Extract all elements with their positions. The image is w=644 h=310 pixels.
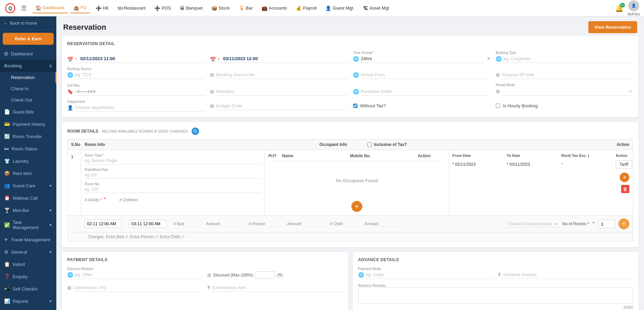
sidebar-item-reservation[interactable]: Reservation [0, 72, 56, 83]
hamburger-menu[interactable]: ☰ [21, 4, 27, 12]
nav-guest-mgt[interactable]: 👤 Guest Mgt. [322, 3, 358, 13]
purpose-input[interactable]: Purpose Of Visit [502, 71, 633, 79]
sidebar-item-checkout[interactable]: Check-Out [0, 94, 56, 106]
checkout-date-value[interactable]: 03/11/2023 12:00 [223, 56, 347, 63]
bookmark-icon: 🔖 [67, 89, 73, 94]
booking-type-input[interactable]: eg. Corporate [504, 55, 633, 63]
checkin-date-value[interactable]: 02/11/2023 11:00 [80, 56, 205, 63]
rupee-icon-2: ₹ [498, 272, 501, 278]
checkin-date-field: 📅 * 02/11/2023 11:00 [67, 56, 205, 63]
time-format-value[interactable]: 24hrs [361, 55, 485, 63]
payment-mode-field: Payment Mode 🌐 eg. Cash [358, 267, 493, 279]
nav-pos[interactable]: ➕ POS [151, 3, 174, 13]
budget-code-input[interactable]: Budget Code [216, 102, 347, 110]
child-input[interactable] [344, 221, 358, 227]
rental-mode-select[interactable] [502, 87, 633, 96]
view-reservation-button[interactable]: View Reservation [588, 21, 637, 33]
no-of-rooms-input[interactable] [598, 220, 615, 228]
without-tax-checkbox[interactable] [353, 104, 358, 108]
user-name: Its4You [628, 12, 640, 16]
complementary-select[interactable]: Choose Complementary [505, 220, 559, 228]
checkin-time-input[interactable] [85, 220, 122, 228]
nav-stock[interactable]: 📦 Stock [208, 3, 233, 13]
sidebar-item-guest-bills[interactable]: 📄 Guest Bills [0, 106, 56, 118]
nav-bar[interactable]: 🍹 Bar [235, 3, 256, 13]
child-amount-input[interactable] [380, 221, 401, 227]
nav-dashboard[interactable]: 🏠 Dashboard [32, 3, 68, 13]
hourly-booking-field: Is Hourly Booking [496, 103, 633, 108]
gstin-value[interactable]: --/------/-/-/- [75, 87, 205, 96]
room-type-input[interactable]: eg. Deluxe-Single [85, 157, 261, 164]
tariff-button[interactable]: Tariff [616, 160, 632, 169]
sidebar-item-general[interactable]: ⚙ General ▼ [0, 246, 56, 258]
nav-hk[interactable]: ➕ HK [92, 3, 112, 13]
sidebar-item-payment-history[interactable]: 💳 Payment History [0, 118, 56, 130]
room-no-input[interactable]: eg. 100 [85, 186, 261, 193]
sidebar-item-guest-care[interactable]: 👥 Guest Care ▼ [0, 179, 56, 192]
person-amount-input[interactable] [303, 221, 323, 227]
reload-rooms-button[interactable]: ↻ [192, 127, 199, 135]
purchase-order-input[interactable]: Purchase Order [361, 87, 490, 96]
sidebar-item-room-transfer[interactable]: 🔄 Room Transfer [0, 130, 56, 143]
delete-room-button[interactable]: 🗑 [621, 185, 629, 193]
sidebar-item-self-checkin[interactable]: 📲 Self Checkin [0, 283, 56, 295]
bed-amount-input[interactable] [222, 221, 242, 227]
rate-meal-input[interactable]: eg. EP [85, 172, 261, 179]
discount-input[interactable] [255, 271, 275, 279]
purpose-field: ⊞ Purpose Of Visit [496, 71, 633, 79]
page-title: Reservation [63, 23, 106, 32]
checkout-time-input[interactable] [129, 220, 167, 228]
top-navigation: Q ☰ 🏠 Dashboard 🏨 FO ➕ HK 🍽 Restaurant ➕… [0, 0, 644, 16]
globe-icon-6: 🌐 [67, 272, 73, 278]
person-input[interactable] [267, 221, 280, 227]
nav-payroll[interactable]: 💰 Payroll [292, 3, 320, 13]
sidebar-item-room-status[interactable]: 🛏 Room Status [0, 143, 56, 155]
to-date-value[interactable]: * 03/11/2023 [507, 162, 560, 167]
inclusive-tax-field: Inclusive of Tax? [367, 142, 407, 147]
nav-fo[interactable]: 🏨 FO [70, 3, 90, 13]
complementary-field: Choose Complementary No.of Rooms * * + [505, 218, 629, 229]
sidebar-item-checkin[interactable]: Check-In [0, 83, 56, 94]
sidebar-item-indent[interactable]: 📋 Indent [0, 258, 56, 270]
hourly-booking-checkbox[interactable] [496, 104, 500, 108]
sidebar-item-mini-bar[interactable]: 🍸 Mini-Bar ▼ [0, 204, 56, 216]
sidebar-item-laundry[interactable]: 👕 Laundry [0, 155, 56, 167]
sidebar-dashboard[interactable]: ⊞ Dashboard [0, 48, 56, 60]
inclusive-tax-checkbox[interactable] [367, 143, 372, 147]
sidebar-item-enquiry[interactable]: ❓ Enquiry [0, 270, 56, 283]
sidebar-back-home[interactable]: ← Back to home [0, 16, 56, 30]
user-avatar[interactable]: 👤 [628, 0, 639, 11]
add-rent-row-button[interactable]: + [620, 173, 629, 182]
bed-input[interactable] [185, 221, 199, 227]
sidebar-item-travel-management[interactable]: ✈ Travel Management [0, 233, 56, 246]
sidebar-item-wakeup-call[interactable]: ⏰ Wakeup Call [0, 192, 56, 204]
sidebar-item-reports[interactable]: 📊 Reports ▼ [0, 295, 56, 307]
booking-source-field: Booking Source 🌐 eg. TCS [67, 67, 205, 79]
sidebar-item-rent-item[interactable]: 📦 Rent Item [0, 167, 56, 179]
add-room-button[interactable]: + [618, 218, 629, 229]
booking-source-input[interactable]: eg. TCS [75, 71, 205, 79]
commission-amt-input[interactable]: Commission Amt. [212, 284, 342, 292]
nav-restaurant[interactable]: 🍽 Restaurant [114, 3, 149, 13]
department-input[interactable]: Choose department [75, 104, 205, 112]
add-occupant-button[interactable]: + [351, 201, 362, 212]
remarks-input[interactable]: Remarks [216, 87, 347, 96]
from-date-value[interactable]: * 02/11/2023 [452, 162, 505, 167]
notification-count: 0 [620, 3, 625, 8]
discount-reason-input[interactable]: eg. Offer [75, 271, 202, 279]
sidebar-booking-section[interactable]: Booking ∧ [0, 60, 56, 72]
booking-source-no-input[interactable]: Booking Source No. [216, 71, 347, 79]
sidebar-refer-earn[interactable]: Refer & Earn [3, 33, 54, 45]
advance-remarks-input[interactable] [358, 287, 633, 304]
notification-bell[interactable]: 🔔 0 [615, 4, 624, 12]
arrival-from-input[interactable]: Arrival From [361, 71, 490, 79]
nav-asset-mgt[interactable]: 🏗 Asset Mgt [360, 3, 393, 13]
sidebar: ← Back to home Refer & Earn ⊞ Dashboard … [0, 16, 56, 310]
nav-accounts[interactable]: 💼 Accounts [258, 3, 290, 13]
payment-mode-input[interactable]: eg. Cash [366, 271, 493, 279]
sidebar-item-task-management[interactable]: ✅ Task Management ▼ [0, 216, 56, 233]
nav-banquet[interactable]: 🏛 Banquet [177, 3, 206, 13]
time-format-clear[interactable]: × [487, 56, 490, 62]
commission-input[interactable]: Commission (%) [73, 284, 202, 292]
advance-amount-input[interactable]: Advance Amount [503, 271, 633, 279]
